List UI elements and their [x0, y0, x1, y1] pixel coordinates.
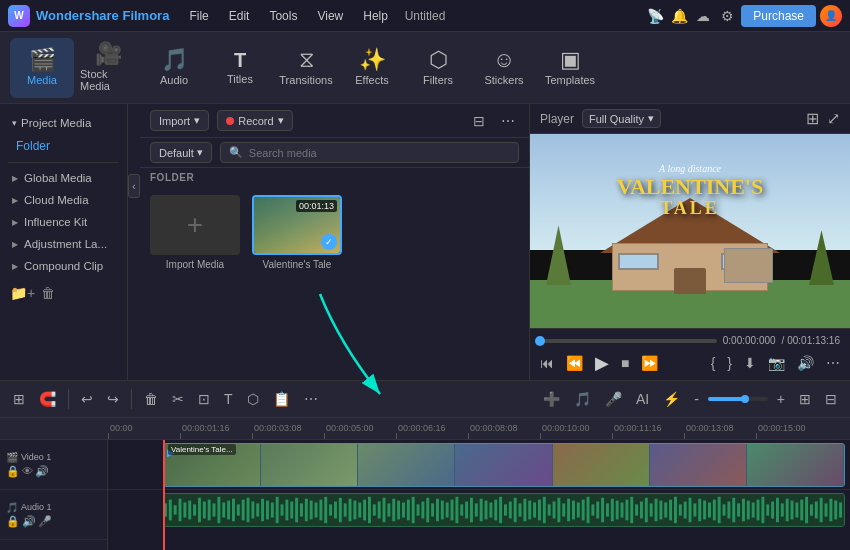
- insert-icon[interactable]: ⬇: [744, 355, 756, 371]
- svg-rect-88: [582, 500, 585, 521]
- tool-templates[interactable]: ▣ Templates: [538, 38, 602, 98]
- tool-titles-label: Titles: [227, 73, 253, 85]
- valentines-tale-item[interactable]: 00:01:13 ✓ Valentine's Tale: [252, 195, 342, 270]
- skip-backward-icon[interactable]: ⏮: [540, 355, 554, 371]
- snap-icon[interactable]: ⊞: [8, 387, 30, 411]
- quality-select[interactable]: Full Quality ▾: [582, 109, 661, 128]
- audio-mic-icon[interactable]: 🎤: [38, 515, 52, 528]
- volume-icon[interactable]: 🔊: [797, 355, 814, 371]
- record-button[interactable]: Record ▾: [217, 110, 292, 131]
- menu-tools[interactable]: Tools: [261, 5, 305, 27]
- video-volume-icon[interactable]: 🔊: [35, 465, 49, 478]
- sidebar-item-cloud-media[interactable]: ▶ Cloud Media: [0, 189, 127, 211]
- audio-waveform[interactable]: [163, 493, 845, 527]
- delete-folder-icon[interactable]: 🗑: [41, 285, 55, 301]
- clip-thumb-2: [261, 444, 358, 486]
- tool-stock-media[interactable]: 🎥 Stock Media: [76, 38, 140, 98]
- text-icon[interactable]: T: [219, 387, 238, 411]
- audio-track-icon: 🎵: [6, 502, 18, 513]
- crop-icon[interactable]: ⊡: [193, 387, 215, 411]
- tool-transitions[interactable]: ⧖ Transitions: [274, 38, 338, 98]
- in-point-icon[interactable]: {: [711, 355, 716, 371]
- sidebar-item-compound-clip[interactable]: ▶ Compound Clip: [0, 255, 127, 277]
- play-button[interactable]: ▶: [595, 352, 609, 374]
- search-input-wrapper[interactable]: 🔍: [220, 142, 519, 163]
- settings-icon[interactable]: ⚙: [717, 6, 737, 26]
- stop-button[interactable]: ■: [621, 355, 629, 371]
- redo-icon[interactable]: ↪: [102, 387, 124, 411]
- search-field[interactable]: [249, 147, 510, 159]
- svg-rect-14: [222, 502, 225, 517]
- project-media-header[interactable]: ▾ Project Media: [0, 112, 127, 134]
- menu-view[interactable]: View: [309, 5, 351, 27]
- video-lock-icon[interactable]: 🔒: [6, 465, 20, 478]
- delete-icon[interactable]: 🗑: [139, 387, 163, 411]
- out-point-icon[interactable]: }: [727, 355, 732, 371]
- menu-file[interactable]: File: [181, 5, 216, 27]
- magnet-icon[interactable]: 🧲: [34, 387, 61, 411]
- undo-icon[interactable]: ↩: [76, 387, 98, 411]
- valentines-thumb[interactable]: 00:01:13 ✓: [252, 195, 342, 255]
- audio-lock-icon[interactable]: 🔒: [6, 515, 20, 528]
- grid-view-icon[interactable]: ⊞: [806, 109, 819, 128]
- purchase-button[interactable]: Purchase: [741, 5, 816, 27]
- audio-track-icon[interactable]: 🎵: [569, 387, 596, 411]
- tool-media[interactable]: 🎬 Media: [10, 38, 74, 98]
- sidebar-collapse-toggle[interactable]: ‹: [128, 174, 140, 198]
- step-back-icon[interactable]: ⏪: [566, 355, 583, 371]
- default-button[interactable]: Default ▾: [150, 142, 212, 163]
- clip-thumb-3: [358, 444, 455, 486]
- broadcast-icon[interactable]: 📡: [645, 6, 665, 26]
- svg-rect-5: [179, 499, 182, 522]
- sidebar-item-influence-kit[interactable]: ▶ Influence Kit: [0, 211, 127, 233]
- add-folder-icon[interactable]: 📁+: [10, 285, 35, 301]
- notifications-icon[interactable]: 🔔: [669, 6, 689, 26]
- tool-audio[interactable]: 🎵 Audio: [142, 38, 206, 98]
- speed-icon[interactable]: ⚡: [658, 387, 685, 411]
- cut-icon[interactable]: ✂: [167, 387, 189, 411]
- cloud-icon[interactable]: ☁: [693, 6, 713, 26]
- menu-help[interactable]: Help: [355, 5, 396, 27]
- house-scene: A long distance VALENTINE'S TALE: [530, 134, 850, 328]
- svg-rect-79: [538, 500, 541, 521]
- sidebar-folder-item[interactable]: Folder: [0, 134, 127, 158]
- filter-icon[interactable]: ⊟: [469, 111, 489, 131]
- import-media-thumb[interactable]: +: [150, 195, 240, 255]
- zoom-out-icon[interactable]: -: [689, 387, 704, 411]
- menu-edit[interactable]: Edit: [221, 5, 258, 27]
- import-button[interactable]: Import ▾: [150, 110, 209, 131]
- progress-thumb[interactable]: [535, 336, 545, 346]
- fullscreen-icon[interactable]: ⤢: [827, 109, 840, 128]
- audio-mute-icon[interactable]: 🔊: [22, 515, 36, 528]
- progress-track[interactable]: [540, 339, 717, 343]
- top-icons: 📡 🔔 ☁ ⚙: [645, 6, 737, 26]
- tool-effects[interactable]: ✨ Effects: [340, 38, 404, 98]
- tool-filters[interactable]: ⬡ Filters: [406, 38, 470, 98]
- tool-stickers[interactable]: ☺ Stickers: [472, 38, 536, 98]
- svg-rect-11: [208, 500, 211, 521]
- timeline-area: 00:00 00:00:01:16 00:00:03:08 00:00:05:0…: [0, 418, 850, 550]
- video-clip[interactable]: ▶ Valentine's Tale...: [163, 443, 845, 487]
- import-media-item[interactable]: + Import Media: [150, 195, 240, 270]
- tool-titles[interactable]: T Titles: [208, 38, 272, 98]
- ai-icon[interactable]: AI: [631, 387, 654, 411]
- add-track-icon[interactable]: ➕: [538, 387, 565, 411]
- fit-icon[interactable]: ⊞: [794, 387, 816, 411]
- more-icon[interactable]: ⋯: [826, 355, 840, 371]
- sidebar-item-global-media[interactable]: ▶ Global Media: [0, 167, 127, 189]
- video-eye-icon[interactable]: 👁: [22, 465, 33, 477]
- snapshot-icon[interactable]: 📷: [768, 355, 785, 371]
- step-forward-icon[interactable]: ⏩: [641, 355, 658, 371]
- more-options-icon[interactable]: ⋯: [497, 111, 519, 131]
- more-tools-icon[interactable]: ⋯: [299, 387, 323, 411]
- user-avatar[interactable]: 👤: [820, 5, 842, 27]
- svg-rect-15: [227, 501, 230, 520]
- playhead[interactable]: [163, 440, 165, 550]
- sidebar-item-adjustment[interactable]: ▶ Adjustment La...: [0, 233, 127, 255]
- mic-icon[interactable]: 🎤: [600, 387, 627, 411]
- layout-icon[interactable]: ⊟: [820, 387, 842, 411]
- player-timeline-bar: 0:00:00:000 / 00:01:13:16: [540, 335, 840, 346]
- zoom-in-icon[interactable]: +: [772, 387, 790, 411]
- paste-icon[interactable]: 📋: [268, 387, 295, 411]
- copy-icon[interactable]: ⬡: [242, 387, 264, 411]
